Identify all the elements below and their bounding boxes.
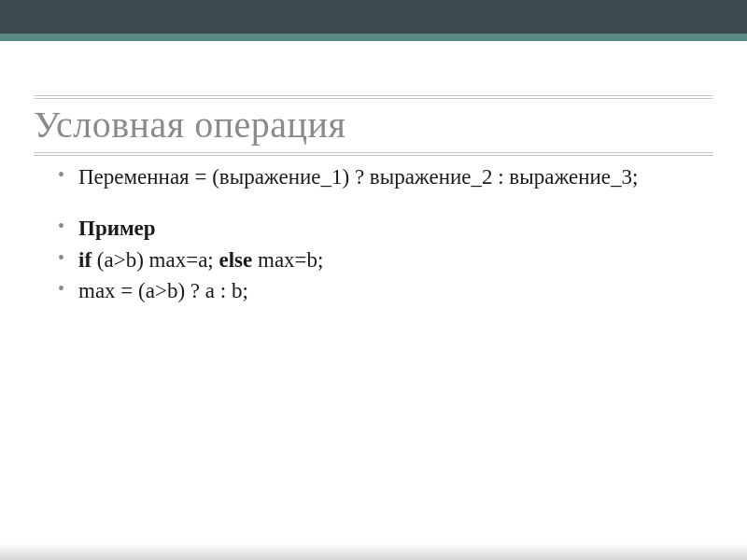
kw-else: else [218, 248, 252, 272]
example-line1-mid: (a>b) max=a; [92, 248, 218, 272]
spacer [0, 41, 747, 95]
bullet-syntax: Переменная = (выражение_1) ? выражение_2… [58, 163, 710, 190]
title-bar [0, 0, 747, 41]
divider-top [34, 95, 713, 99]
bullet-text: Переменная = (выражение_1) ? выражение_2… [78, 165, 638, 189]
example-label: Пример [78, 217, 156, 240]
bottom-shadow [0, 543, 747, 560]
slide-title: Условная операция [34, 103, 747, 147]
bullet-example-label: Пример [58, 215, 710, 242]
example-line2: max = (a>b) ? a : b; [78, 279, 248, 302]
bullet-example-line1: if (a>b) max=a; else max=b; [58, 246, 710, 273]
example-line1-end: max=b; [252, 248, 323, 272]
slide-content: Переменная = (выражение_1) ? выражение_2… [0, 156, 747, 305]
kw-if: if [78, 248, 92, 272]
bullet-example-line2: max = (a>b) ? a : b; [58, 277, 710, 304]
